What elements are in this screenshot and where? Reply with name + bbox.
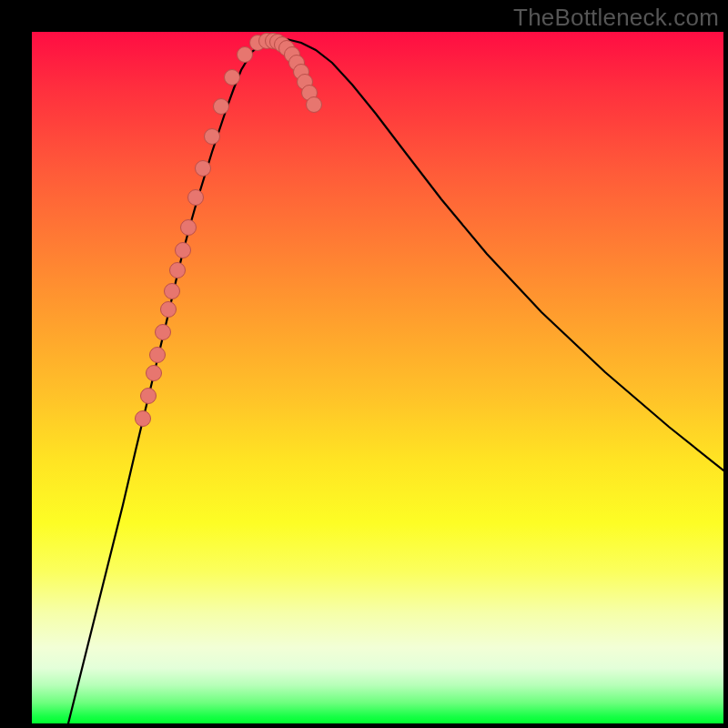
- data-point: [161, 302, 177, 318]
- data-point: [307, 97, 322, 113]
- data-point: [165, 284, 180, 299]
- data-point: [196, 161, 211, 177]
- data-point: [136, 411, 151, 427]
- data-point: [141, 389, 157, 404]
- data-point: [181, 220, 197, 236]
- bottleneck-curve: [68, 39, 723, 723]
- data-point: [170, 263, 186, 278]
- bottleneck-chart: [32, 32, 723, 723]
- data-point: [205, 129, 220, 145]
- plot-area: [32, 32, 723, 723]
- data-point: [176, 243, 191, 258]
- data-point: [225, 70, 240, 86]
- data-point: [147, 366, 162, 381]
- chart-frame: TheBottleneck.com: [0, 0, 728, 728]
- data-point: [214, 99, 229, 115]
- watermark-label: TheBottleneck.com: [513, 4, 719, 32]
- data-point-markers: [136, 34, 322, 427]
- data-point: [156, 325, 171, 340]
- data-point: [188, 190, 204, 206]
- data-point: [238, 47, 253, 63]
- data-point: [150, 348, 166, 363]
